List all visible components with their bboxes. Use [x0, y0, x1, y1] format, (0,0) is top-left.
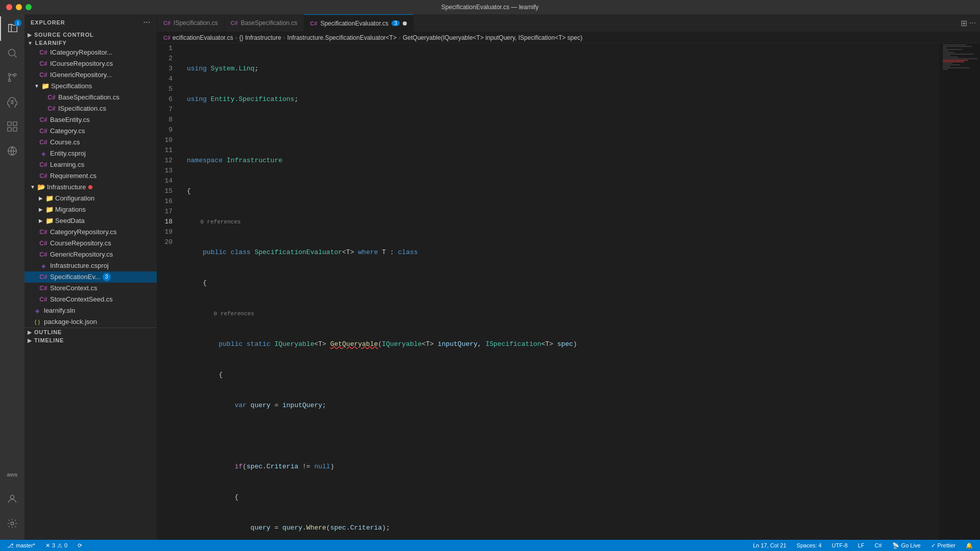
- file-sln[interactable]: ◈ learnify.sln: [24, 305, 157, 316]
- cs-icon: C#: [231, 20, 238, 26]
- git-branch-icon: ⎇: [7, 542, 14, 549]
- more-actions-button[interactable]: ···: [969, 18, 976, 28]
- status-golive[interactable]: 📡 Go Live: [889, 540, 924, 551]
- code-editor[interactable]: using System.Linq; using Entity.Specific…: [183, 43, 939, 540]
- activity-account[interactable]: [0, 487, 24, 511]
- mini-line: [943, 63, 952, 64]
- activity-explorer[interactable]: 1: [0, 16, 24, 41]
- sidebar-content: ▶ SOURCE CONTROL ▼ LEARNIFY C# ICategory…: [24, 31, 157, 540]
- status-errors[interactable]: ✕ 3 ⚠ 0: [42, 540, 70, 551]
- activity-git[interactable]: [0, 65, 24, 90]
- file-basespec[interactable]: C# BaseSpecification.cs: [24, 92, 157, 103]
- section-timeline[interactable]: ▶ TIMELINE: [24, 336, 157, 344]
- branch-name: master*: [16, 542, 35, 548]
- status-sync[interactable]: ⟳: [75, 540, 85, 551]
- mini-line: [943, 57, 958, 58]
- minimap: [939, 43, 980, 540]
- mini-line-error: [943, 60, 968, 61]
- file-course[interactable]: C# Course.cs: [24, 137, 157, 148]
- breadcrumb-class[interactable]: Infrastructure.SpecificationEvaluator<T>: [287, 34, 397, 41]
- folder-specifications[interactable]: ▼ 📁 Specifications: [24, 81, 157, 92]
- cs-icon: C#: [39, 58, 48, 69]
- minimize-button[interactable]: [16, 4, 22, 10]
- editor-area: C# ISpecification.cs C# BaseSpecificatio…: [157, 14, 980, 540]
- svg-rect-4: [8, 122, 11, 126]
- tab-speceval[interactable]: C# SpecificationEvaluator.cs 3: [304, 14, 413, 32]
- chevron-right-icon: ▶: [28, 330, 32, 335]
- breadcrumb-namespace[interactable]: {} Infrastructure: [239, 34, 281, 41]
- activity-search[interactable]: [0, 41, 24, 65]
- error-badge: 3: [103, 273, 111, 281]
- status-encoding[interactable]: UTF-8: [829, 540, 851, 551]
- prettier-text: Prettier: [938, 542, 955, 548]
- aws-label: aws: [7, 471, 18, 478]
- file-entity-csproj[interactable]: ◈ Entity.csproj: [24, 148, 157, 159]
- cs-icon: C#: [39, 159, 48, 170]
- chevron-right-icon: ▶: [37, 204, 45, 215]
- folder-migrations[interactable]: ▶ 📁 Migrations: [24, 204, 157, 215]
- cs-icon: C#: [39, 283, 48, 294]
- folder-configuration[interactable]: ▶ 📁 Configuration: [24, 193, 157, 204]
- line-num: 17: [157, 207, 178, 217]
- section-source-control[interactable]: ▶ SOURCE CONTROL: [24, 31, 157, 39]
- file-icourse[interactable]: C# ICourseRepository.cs: [24, 58, 157, 69]
- split-editor-button[interactable]: ⊞: [961, 18, 967, 28]
- tab-bar: C# ISpecification.cs C# BaseSpecificatio…: [157, 14, 980, 32]
- status-spaces[interactable]: Spaces: 4: [794, 540, 825, 551]
- file-packagelock[interactable]: { } package-lock.json: [24, 316, 157, 328]
- svg-rect-5: [13, 122, 17, 126]
- code-line-12: var query = inputQuery;: [187, 400, 939, 411]
- activity-extensions[interactable]: [0, 114, 24, 139]
- maximize-button[interactable]: [26, 4, 32, 10]
- status-prettier[interactable]: ✓ Prettier: [928, 540, 959, 551]
- file-igeneric[interactable]: C# IGenericRepository...: [24, 69, 157, 81]
- status-notifications[interactable]: 🔔: [963, 540, 976, 551]
- breadcrumb-method[interactable]: GetQueryable(IQueryable<T> inputQuery, I…: [403, 34, 582, 41]
- status-line-ending[interactable]: LF: [855, 540, 868, 551]
- line-num: 11: [157, 145, 178, 156]
- file-baseentity[interactable]: C# BaseEntity.cs: [24, 114, 157, 126]
- error-count: 3: [52, 542, 55, 548]
- file-storecontextseed[interactable]: C# StoreContextSeed.cs: [24, 294, 157, 305]
- line-num: 20: [157, 237, 178, 247]
- sidebar-more[interactable]: ···: [143, 18, 151, 27]
- status-position[interactable]: Ln 17, Col 21: [750, 540, 789, 551]
- tab-basespec[interactable]: C# BaseSpecification.cs: [225, 14, 304, 32]
- sidebar: EXPLORER ··· ▶ SOURCE CONTROL ▼ LEARNIFY…: [24, 14, 157, 540]
- tab-ispec[interactable]: C# ISpecification.cs: [157, 14, 225, 32]
- activity-remote[interactable]: [0, 139, 24, 163]
- mini-line: [943, 44, 966, 45]
- close-button[interactable]: [6, 4, 12, 10]
- code-line-9: 0 references: [187, 309, 939, 319]
- code-line-7: public class SpecificationEvaluator<T> w…: [187, 247, 939, 258]
- folder-infrastructure[interactable]: ▼ 📂 Infrastructure: [24, 182, 157, 193]
- folder-open-icon: 📂: [37, 182, 46, 193]
- section-outline[interactable]: ▶ OUTLINE: [24, 328, 157, 336]
- section-learnify[interactable]: ▼ LEARNIFY: [24, 39, 157, 47]
- mini-line-error: [943, 61, 964, 62]
- breadcrumb-file[interactable]: ecificationEvaluator.cs: [173, 34, 233, 41]
- file-storecontext[interactable]: C# StoreContext.cs: [24, 283, 157, 294]
- warning-icon: ⚠: [57, 542, 62, 549]
- sync-icon: ⟳: [78, 542, 82, 549]
- file-catrepo[interactable]: C# CategoryRepository.cs: [24, 227, 157, 238]
- activity-settings[interactable]: [0, 511, 24, 536]
- file-category[interactable]: C# Category.cs: [24, 126, 157, 137]
- mini-line: [943, 49, 962, 50]
- line-num: 9: [157, 125, 178, 135]
- line-num: 15: [157, 186, 178, 196]
- file-infra-csproj[interactable]: ◈ Infrastructure.csproj: [24, 260, 157, 271]
- file-genericrepo[interactable]: C# GenericRepository.cs: [24, 249, 157, 260]
- status-language[interactable]: C#: [872, 540, 885, 551]
- activity-aws[interactable]: aws: [0, 462, 24, 487]
- status-branch[interactable]: ⎇ master*: [4, 540, 38, 551]
- svg-rect-6: [8, 128, 11, 131]
- file-requirement[interactable]: C# Requirement.cs: [24, 170, 157, 182]
- file-icategory[interactable]: C# ICategoryRepositor...: [24, 47, 157, 58]
- file-learning[interactable]: C# Learning.cs: [24, 159, 157, 170]
- file-ispec[interactable]: C# ISpecification.cs: [24, 103, 157, 114]
- file-speceval[interactable]: C# SpecificationEv... 3: [24, 271, 157, 283]
- activity-debug[interactable]: [0, 90, 24, 114]
- file-courserepo[interactable]: C# CourseRepository.cs: [24, 238, 157, 249]
- folder-seeddata[interactable]: ▶ 📁 SeedData: [24, 215, 157, 227]
